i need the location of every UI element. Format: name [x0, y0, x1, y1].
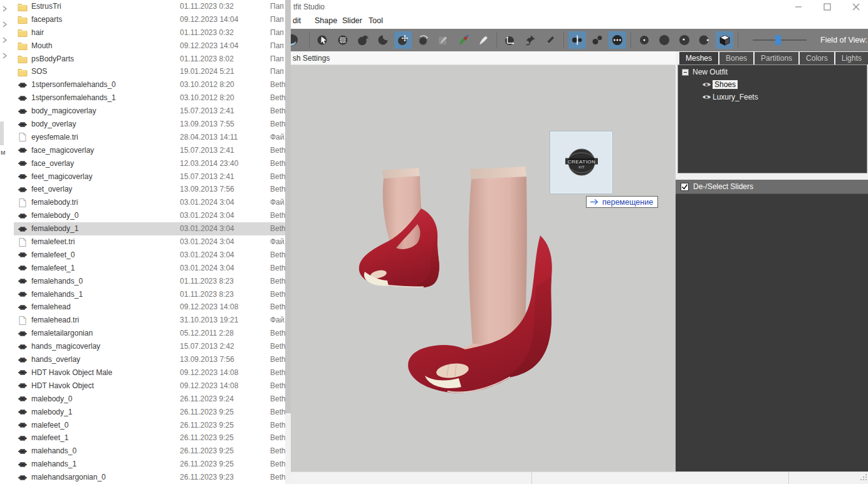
eye-visibility-icon[interactable] [702, 93, 711, 101]
file-row[interactable]: eyesfemale.tri28.04.2013 14:11Фай. [14, 131, 285, 144]
fov-label: Field of View: 65 [820, 36, 868, 44]
file-row[interactable]: hands_magicoverlay15.07.2013 2:42Beth [14, 340, 285, 353]
minimize-button[interactable] [789, 1, 808, 13]
file-date: 28.04.2013 14:11 [180, 131, 238, 144]
file-row[interactable]: face_overlay12.03.2014 23:40Beth [14, 157, 285, 170]
tab-colors[interactable]: Colors [800, 52, 834, 64]
left-shoe-mesh[interactable] [359, 168, 439, 287]
file-row[interactable]: malebody_026.11.2023 9:24Beth [14, 393, 285, 406]
edit-pencil-tool[interactable] [541, 31, 559, 49]
file-row[interactable]: femalefeet_003.01.2024 3:04Beth [14, 249, 285, 262]
file-row[interactable]: faceparts09.12.2023 14:04Пап [14, 13, 285, 26]
tab-partitions[interactable]: Partitions [755, 52, 798, 64]
panel-tabs: MeshesBonesPartitionsColorsLights [679, 52, 868, 64]
x-mirror-toggle[interactable] [568, 31, 586, 49]
connected-vertices-toggle[interactable] [588, 31, 606, 49]
color-paint-brush[interactable] [454, 31, 472, 49]
vertex-view-small[interactable] [635, 31, 653, 49]
pivot-pin-tool[interactable] [521, 31, 539, 49]
file-row[interactable]: femalebody_103.01.2024 3:04Beth [14, 222, 285, 235]
move-brush[interactable] [394, 31, 412, 49]
mesh-file-icon [18, 356, 28, 364]
file-row[interactable]: malehands_126.11.2023 9:25Beth [14, 458, 285, 471]
file-row[interactable]: 1stpersonfemalehands_003.10.2012 8:20Bet… [14, 78, 285, 91]
file-row[interactable]: femaletailargonian05.12.2011 2:28Beth [14, 327, 285, 340]
select-tool[interactable] [314, 31, 332, 49]
tab-lights[interactable]: Lights [835, 52, 868, 64]
sliders-list[interactable] [676, 193, 868, 471]
viewport-3d-render[interactable] [291, 65, 676, 471]
file-row[interactable]: 1stpersonfemalehands_103.10.2012 8:20Bet… [14, 91, 285, 105]
smooth-brush[interactable] [414, 31, 432, 49]
tab-meshes[interactable]: Meshes [679, 52, 718, 64]
file-type: Фай. [270, 235, 285, 249]
textured-view-toggle[interactable] [716, 31, 733, 49]
fov-slider-thumb[interactable] [775, 35, 781, 45]
file-row[interactable]: femalefeet.tri03.01.2024 3:04Фай. [14, 235, 285, 249]
file-row[interactable]: SOS19.01.2024 5:21Пап [14, 65, 285, 78]
tree-item-luxury_feets[interactable]: Luxury_Feets [678, 91, 867, 103]
file-row[interactable]: femalebody.tri03.01.2024 3:04Фай. [14, 196, 285, 209]
file-name: face_magicoverlay [31, 144, 94, 157]
file-row[interactable]: body_overlay13.09.2013 7:55Beth [14, 118, 285, 131]
close-button[interactable] [847, 1, 865, 13]
file-row[interactable]: hair01.11.2023 0:32Пап [14, 26, 285, 39]
expand-chevron-icon[interactable] [1, 3, 8, 9]
file-row[interactable]: HDT Havok Object09.12.2023 14:08Beth [14, 379, 285, 393]
file-row[interactable]: malehands_026.11.2023 9:25Beth [14, 445, 285, 458]
expand-chevron-icon[interactable] [1, 34, 8, 41]
global-brush-toggle[interactable] [609, 31, 626, 49]
mesh-file-icon [18, 303, 28, 312]
title-bar[interactable]: tfit Studio [291, 0, 868, 14]
file-row[interactable]: face_magicoverlay15.07.2013 2:41Beth [14, 144, 285, 157]
deflate-brush[interactable] [374, 31, 392, 49]
file-row[interactable]: psBodyParts01.11.2023 8:02Пап [14, 53, 285, 66]
file-row[interactable]: femalehead.tri31.10.2013 19:21Фай. [14, 314, 285, 327]
file-row[interactable]: femalehands_001.11.2023 8:23Beth [14, 275, 285, 288]
tab-bones[interactable]: Bones [719, 52, 753, 64]
eye-visibility-icon[interactable] [702, 81, 711, 88]
file-row[interactable]: Mouth09.12.2023 14:04Пап [14, 39, 285, 53]
menu-slider[interactable]: Slider [342, 16, 362, 25]
expand-chevron-icon[interactable] [1, 50, 8, 56]
file-row[interactable]: feet_overlay13.09.2013 7:56Beth [14, 183, 285, 196]
expand-chevron-icon[interactable] [1, 19, 8, 25]
tree-item-shoes[interactable]: Shoes [678, 79, 867, 90]
menu-shape[interactable]: Shape [315, 16, 337, 25]
file-row[interactable]: EstrusTri01.11.2023 0:32Пап [14, 0, 285, 13]
file-type: Beth [270, 288, 285, 301]
collapse-box-icon[interactable] [682, 69, 689, 76]
tree-item-new-outfit[interactable]: New Outfit [678, 66, 867, 78]
menu-dit[interactable]: dit [293, 16, 301, 25]
explorer-scrollbar-thumb[interactable] [285, 0, 291, 413]
file-row[interactable]: malefeet_126.11.2023 9:25Beth [14, 431, 285, 445]
file-row[interactable]: HDT Havok Object Male09.12.2023 14:08Bet… [14, 366, 285, 379]
transform-tool[interactable] [501, 31, 519, 49]
alpha-paint-brush[interactable] [474, 31, 492, 49]
inflate-brush[interactable] [354, 31, 372, 49]
pose-brush-partial-icon[interactable] [291, 31, 303, 49]
file-row[interactable]: feet_magicoverlay15.07.2013 2:41Beth [14, 170, 285, 183]
vertex-view-plain[interactable] [656, 31, 673, 49]
file-row[interactable]: body_magicoverlay15.07.2013 2:41Beth [14, 105, 285, 118]
vertex-view-dot[interactable] [676, 31, 693, 49]
weight-paint-brush[interactable] [434, 31, 452, 49]
file-row[interactable]: femalehead09.12.2023 14:08Beth [14, 301, 285, 314]
sliders-checkbox[interactable] [681, 183, 689, 191]
file-row[interactable]: malefeet_026.11.2023 9:25Beth [14, 419, 285, 432]
file-row[interactable]: femalehands_101.11.2023 8:23Beth [14, 288, 285, 301]
viewport-3d[interactable]: CREATION KIT перемещение [291, 65, 676, 471]
explorer-scrollbar[interactable] [285, 0, 291, 484]
file-row[interactable]: hands_overlay13.09.2013 7:56Beth [14, 353, 285, 366]
file-row[interactable]: malebody_126.11.2023 9:25Beth [14, 406, 285, 419]
file-type: Beth [270, 91, 285, 105]
file-row[interactable]: femalefeet_103.01.2024 3:04Beth [14, 262, 285, 275]
mask-brush[interactable] [334, 31, 352, 49]
resize-grip[interactable] [860, 472, 867, 483]
menu-tool[interactable]: Tool [369, 16, 383, 25]
vertex-view-dot-right[interactable] [696, 31, 713, 49]
fov-slider[interactable] [753, 34, 807, 46]
file-row[interactable]: malehandsargonian_026.11.2023 9:23Beth [14, 471, 285, 484]
file-row[interactable]: femalebody_003.01.2024 3:04Beth [14, 209, 285, 222]
maximize-button[interactable] [818, 1, 837, 13]
